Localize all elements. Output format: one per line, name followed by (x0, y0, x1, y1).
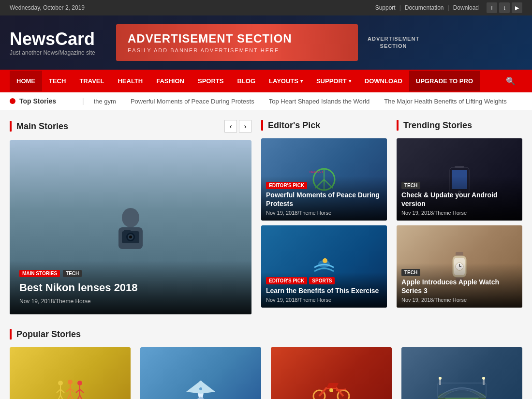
popular-section: Popular Stories (10, 329, 522, 399)
ticker-title: Top Stories (19, 97, 56, 105)
svg-line-41 (77, 395, 80, 399)
nav-fashion[interactable]: FASHION (149, 71, 191, 91)
pick-tag-2a: EDITOR'S PICK (266, 277, 307, 284)
trending-meta-1: Nov 19, 2018/Theme Horse (401, 210, 517, 216)
featured-story[interactable]: MAIN STORIES TECH Best Nikon lenses 2018… (10, 140, 251, 314)
popular-card-1[interactable]: POPULAR SPORTS Ways to Run Indoors and w… (10, 347, 131, 399)
svg-point-31 (68, 380, 73, 384)
featured-story-title: Best Nikon lenses 2018 (19, 281, 242, 295)
popular-bar (10, 329, 12, 340)
pick-card-1[interactable]: RESPECT EDITOR'S PICK Powerful Moments o… (261, 138, 387, 221)
trending-card-2[interactable]: TECH Apple Introduces Apple Watch Series… (397, 225, 522, 308)
svg-rect-6 (124, 230, 131, 233)
trending-card-1[interactable]: TECH Check & Update your Android version… (397, 138, 522, 221)
pick-card-2-overlay: EDITOR'S PICK SPORTS Learn the Benefits … (261, 272, 387, 308)
ticker-item-4: The Major Health Benefits of Lifting Wei… (384, 98, 506, 105)
youtube-icon[interactable]: ▶ (512, 2, 522, 13)
download-link[interactable]: Download (453, 4, 479, 11)
search-icon[interactable]: 🔍 (499, 70, 522, 92)
ticker-item-2: Powerful Moments of Peace During Protest… (131, 98, 254, 105)
popular-card-3[interactable]: POPULAR SPORTS Most Extreme Motorcycle R… (271, 347, 392, 399)
social-icons: f t ▶ (487, 2, 522, 13)
trending-meta-2: Nov 19, 2018/Theme Horse (401, 297, 517, 303)
trending-tag-1: TECH (401, 182, 420, 189)
facebook-icon[interactable]: f (487, 2, 497, 13)
support-link[interactable]: Support (375, 4, 396, 11)
ticker-label: Top Stories (10, 97, 73, 105)
nav-sports[interactable]: SPORTS (191, 71, 230, 91)
popular-card-2[interactable]: POPULAR TRAVEL Step by Step First Time A… (140, 347, 261, 399)
main-stories-section: Main Stories ‹ › (10, 120, 251, 314)
svg-point-13 (323, 258, 327, 263)
ticker-item-1: the gym (94, 98, 116, 105)
top-bar-right: Support | Documentation | Download f t ▶ (375, 2, 522, 13)
popular-grid: POPULAR SPORTS Ways to Run Indoors and w… (10, 347, 522, 399)
pick-meta-1: Nov 19, 2018/Theme Horse (266, 210, 382, 216)
svg-point-25 (58, 381, 63, 385)
nav-upgrade[interactable]: UPGRADE TO PRO (409, 71, 480, 91)
ticker-items: the gym Powerful Moments of Peace During… (94, 98, 507, 105)
nav-layouts[interactable]: LAYOUTS ▾ (262, 71, 310, 91)
svg-line-30 (60, 395, 63, 399)
svg-line-39 (76, 389, 80, 393)
editors-pick-title: Editor's Pick (268, 120, 320, 131)
svg-line-40 (80, 389, 84, 393)
nav-blog[interactable]: BLOG (230, 71, 262, 91)
svg-rect-18 (456, 252, 463, 256)
main-nav: HOME TECH TRAVEL HEALTH FASHION SPORTS B… (0, 70, 532, 92)
svg-marker-44 (201, 381, 215, 394)
next-button[interactable]: › (239, 120, 251, 133)
ad-banner-side: ADVERTISEMENTSECTION (368, 35, 419, 50)
nav-home[interactable]: HOME (10, 71, 42, 91)
documentation-link[interactable]: Documentation (405, 4, 444, 11)
popular-header: Popular Stories (10, 329, 522, 340)
trending-title: Trending Stories (403, 120, 472, 131)
svg-text:RESPECT: RESPECT (310, 170, 324, 173)
main-stories-header: Main Stories ‹ › (10, 120, 251, 133)
moto-svg (307, 376, 355, 399)
trending-card-2-overlay: TECH Apple Introduces Apple Watch Series… (397, 263, 522, 308)
editors-pick-header: Editor's Pick (261, 120, 387, 131)
popular-card-4[interactable]: POPULAR SPORTS Development of the Sports… (401, 347, 522, 399)
svg-marker-45 (186, 381, 201, 394)
editors-pick-bar (261, 120, 263, 131)
tag-main-stories: MAIN STORIES (19, 270, 60, 277)
popular-title: Popular Stories (16, 329, 81, 340)
nav-download[interactable]: DOWNLOAD (358, 71, 409, 91)
trending-header: Trending Stories (397, 120, 522, 131)
nav-support[interactable]: SUPPORT ▾ (310, 71, 358, 91)
trending-list: TECH Check & Update your Android version… (397, 138, 522, 308)
svg-point-58 (482, 377, 485, 380)
svg-rect-55 (439, 379, 441, 385)
section-nav: ‹ › (224, 120, 251, 133)
nav-travel[interactable]: TRAVEL (73, 71, 111, 91)
main-stories-title: Main Stories (16, 121, 68, 132)
svg-line-34 (70, 388, 74, 392)
svg-point-48 (199, 387, 202, 390)
sep2: | (448, 4, 449, 11)
nav-health[interactable]: HEALTH (111, 71, 149, 91)
svg-line-28 (60, 389, 64, 393)
pick-title-2: Learn the Benefits of This Exercise (266, 286, 382, 295)
twitter-icon[interactable]: t (499, 2, 510, 13)
news-ticker: Top Stories | the gym Powerful Moments o… (0, 92, 532, 110)
ticker-dot (10, 98, 15, 104)
trending-title-1: Check & Update your Android version (401, 191, 517, 208)
trending-bar (397, 120, 399, 131)
svg-rect-56 (483, 379, 485, 385)
popular-card-4-image (401, 347, 522, 399)
trending-tag-2: TECH (401, 269, 420, 276)
nav-tech[interactable]: TECH (42, 71, 73, 91)
main-content: Main Stories ‹ › (0, 110, 532, 399)
featured-story-meta: Nov 19, 2018/Theme Horse (19, 298, 242, 305)
plane-svg (177, 373, 225, 399)
site-name: NewsCard (10, 29, 106, 49)
popular-card-3-image (271, 347, 392, 399)
pick-card-2[interactable]: EDITOR'S PICK SPORTS Learn the Benefits … (261, 225, 387, 308)
prev-button[interactable]: ‹ (224, 120, 237, 133)
pick-meta-2: Nov 19, 2018/Theme Horse (266, 297, 382, 303)
editors-pick-list: RESPECT EDITOR'S PICK Powerful Moments o… (261, 138, 387, 308)
site-logo: NewsCard Just another News/Magazine site (10, 29, 106, 56)
top-bar: Wednesday, October 2, 2019 Support | Doc… (0, 0, 532, 15)
site-tagline: Just another News/Magazine site (10, 49, 106, 56)
